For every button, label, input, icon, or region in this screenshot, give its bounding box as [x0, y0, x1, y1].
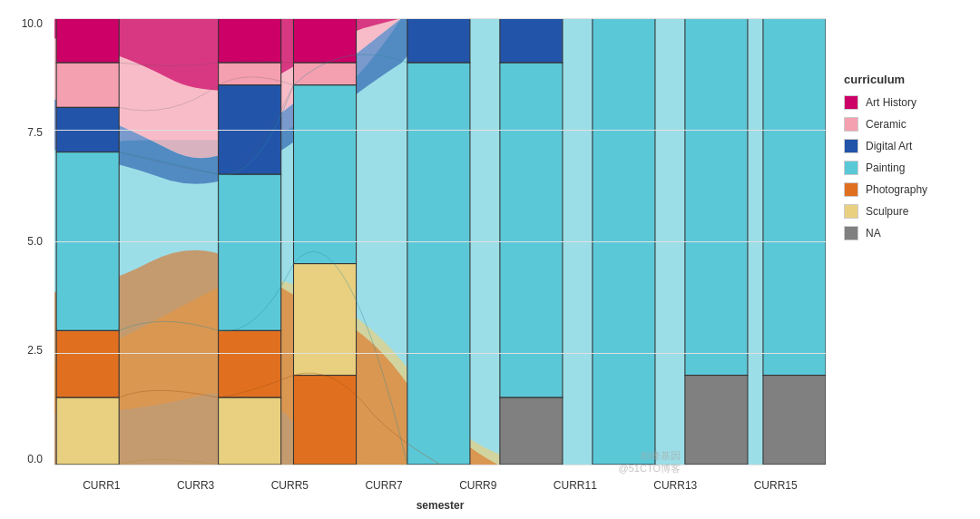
legend-item-sculpure: Sculpure: [844, 204, 971, 219]
x-tick-curr15: CURR15: [754, 479, 798, 492]
curr9-na-bar: [500, 397, 563, 465]
legend-label-ceramic: Ceramic: [866, 118, 906, 131]
watermark-line1: 桓峰基因: [641, 449, 681, 463]
legend-title: curriculum: [844, 73, 971, 86]
x-tick-curr9: CURR9: [459, 479, 496, 492]
grid-line-0: [54, 465, 826, 465]
curr13-na-bar: [685, 376, 748, 465]
grid-line-25: [54, 353, 826, 354]
legend-color-photography: [844, 182, 858, 197]
curr5-painting-top-bar: [294, 85, 357, 264]
legend-item-photography: Photography: [844, 182, 971, 197]
plot-area: [54, 18, 826, 465]
curr7-painting-bar: [407, 63, 470, 465]
grid-line-75: [54, 130, 826, 131]
y-tick-25: 2.5: [27, 345, 43, 356]
curr3-art-history-bar: [219, 18, 281, 63]
curr1-ceramic-bar: [56, 63, 119, 107]
curr9-digital-art-bar: [500, 18, 563, 63]
x-tick-curr13: CURR13: [653, 479, 697, 492]
curr15-painting-bar: [763, 18, 826, 376]
curr1-art-history-bar: [56, 18, 119, 63]
x-tick-curr11: CURR11: [554, 479, 597, 492]
legend: curriculum Art History Ceramic Digital A…: [835, 0, 980, 519]
curr7-digital-art-bar: [407, 18, 470, 63]
chart-container: 10.0 7.5 5.0 2.5 0.0: [0, 0, 980, 519]
legend-color-ceramic: [844, 117, 858, 132]
curr3-sculpure-bar: [219, 397, 281, 465]
watermark-line2: @51CTO博客: [619, 462, 681, 475]
legend-label-painting: Painting: [866, 162, 905, 174]
curr5-photography-bar: [294, 376, 357, 465]
legend-item-na: NA: [844, 226, 971, 240]
curr3-ceramic-bar: [219, 63, 281, 85]
legend-label-sculpure: Sculpure: [866, 205, 908, 218]
x-axis: CURR1 CURR3 CURR5 CURR7 CURR9 CURR11 CUR…: [54, 479, 826, 492]
legend-color-art-history: [844, 95, 858, 110]
y-tick-0: 0.0: [27, 454, 43, 465]
legend-color-na: [844, 226, 858, 240]
curr1-photography-bar: [56, 330, 119, 397]
x-tick-curr1: CURR1: [83, 479, 120, 492]
legend-item-digital-art: Digital Art: [844, 139, 971, 153]
y-tick-10: 10.0: [22, 18, 43, 29]
curr3-photography-bar: [219, 330, 281, 397]
x-tick-curr5: CURR5: [271, 479, 309, 492]
legend-color-digital-art: [844, 139, 858, 153]
x-axis-label: semester: [54, 499, 826, 512]
x-tick-curr7: CURR7: [365, 479, 402, 492]
curr5-sculpure-bar: [294, 264, 357, 376]
x-tick-curr3: CURR3: [177, 479, 214, 492]
curr1-sculpure-bar: [56, 397, 119, 465]
legend-item-painting: Painting: [844, 161, 971, 175]
legend-color-sculpure: [844, 204, 858, 219]
legend-item-art-history: Art History: [844, 95, 971, 110]
legend-label-photography: Photography: [866, 183, 927, 196]
chart-area: 10.0 7.5 5.0 2.5 0.0: [0, 0, 835, 519]
y-tick-50: 5.0: [27, 236, 43, 247]
grid-line-50: [54, 241, 826, 242]
legend-color-painting: [844, 161, 858, 175]
legend-label-art-history: Art History: [866, 96, 916, 109]
curr13-painting-bar: [685, 18, 748, 376]
y-axis: 10.0 7.5 5.0 2.5 0.0: [0, 18, 50, 465]
legend-label-digital-art: Digital Art: [866, 140, 912, 152]
grid-line-top: [54, 18, 826, 19]
y-tick-75: 7.5: [27, 127, 43, 138]
legend-item-ceramic: Ceramic: [844, 117, 971, 132]
curr3-painting-bar: [219, 174, 281, 330]
curr9-painting-bar: [500, 63, 563, 397]
curr5-ceramic-bar: [294, 63, 357, 85]
legend-label-na: NA: [866, 227, 881, 240]
curr15-na-bar: [763, 376, 826, 465]
